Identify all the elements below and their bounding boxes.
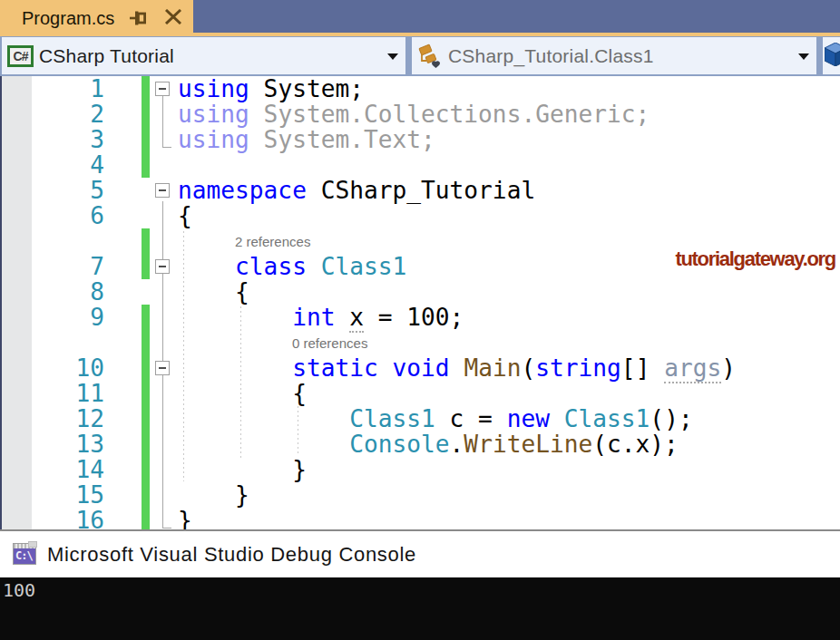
fold-collapse-box[interactable] (155, 82, 170, 96)
project-dropdown-label: CSharp Tutorial (39, 45, 174, 67)
code-token: Console (349, 431, 449, 458)
line-number: 7 (32, 254, 104, 279)
codelens-references[interactable]: 2 references (235, 228, 310, 254)
code-token: { (178, 202, 192, 229)
codelens-references[interactable]: 0 references (292, 330, 367, 355)
project-dropdown[interactable]: C# CSharp Tutorial (2, 37, 405, 74)
code-token: new (507, 405, 550, 432)
method-cube-icon (825, 43, 840, 70)
line-number: 2 (32, 102, 104, 127)
code-text: { (178, 381, 307, 406)
close-icon[interactable] (164, 9, 182, 28)
change-bar (142, 482, 150, 508)
code-line: 6{ (0, 203, 840, 228)
code-token: void (393, 354, 450, 382)
code-token: System.Collections.Generic; (249, 101, 650, 128)
console-output-area[interactable]: 100 (0, 577, 840, 640)
code-token (178, 405, 349, 432)
codelens-row: 0 references (0, 330, 840, 355)
code-text: int x = 100; (178, 305, 464, 330)
chevron-down-icon (387, 53, 398, 60)
fold-collapse-box[interactable] (155, 183, 170, 198)
line-number: 8 (32, 279, 104, 305)
change-bar (142, 127, 150, 152)
change-bar (142, 228, 150, 254)
code-editor[interactable]: 1using System;2using System.Collections.… (0, 76, 840, 529)
code-line: 10 static void Main(string[] args) (0, 355, 840, 381)
console-window-icon: C:\ (13, 543, 36, 565)
code-token (307, 253, 321, 280)
code-text: Console.WriteLine(c.x); (178, 432, 679, 457)
code-text: class Class1 (178, 254, 406, 279)
code-token: x (349, 304, 364, 333)
code-line: 14 } (0, 457, 840, 482)
code-token: (); (650, 405, 692, 432)
chevron-down-icon (798, 53, 809, 60)
code-token: Class1 (349, 405, 435, 432)
line-number: 12 (32, 406, 104, 432)
code-token: using (178, 126, 249, 153)
change-bar (142, 330, 150, 355)
code-text: namespace CSharp_Tutorial (178, 178, 535, 203)
navigation-bar: C# CSharp Tutorial CSharp_Tutorial.Class… (0, 36, 840, 76)
code-token: static (292, 354, 378, 382)
member-dropdown[interactable] (823, 37, 840, 74)
change-bar (142, 381, 150, 406)
code-token: args (664, 354, 721, 383)
change-bar (142, 102, 150, 127)
code-line: 3using System.Text; (0, 127, 840, 152)
code-token: c = (435, 405, 507, 432)
change-bar (142, 355, 150, 381)
change-bar (142, 457, 150, 482)
console-title-bar[interactable]: C:\ Microsoft Visual Studio Debug Consol… (0, 531, 840, 577)
code-token: { (178, 278, 249, 305)
code-line: 4 (0, 152, 840, 178)
code-token: } (178, 456, 307, 483)
code-text: { (178, 279, 249, 305)
change-bar (142, 432, 150, 457)
scope-dropdown-label: CSharp_Tutorial.Class1 (448, 45, 654, 67)
code-token: class (235, 253, 307, 280)
fold-collapse-box[interactable] (155, 361, 170, 375)
code-token (178, 354, 292, 382)
code-token: CSharp_Tutorial (307, 177, 535, 204)
code-text: } (178, 457, 307, 482)
code-line: 2using System.Collections.Generic; (0, 102, 840, 127)
code-token: ( (521, 354, 535, 382)
code-token (450, 354, 464, 382)
code-token: System.Text; (249, 126, 435, 153)
code-line: 16} (0, 508, 840, 529)
code-token: Class1 (564, 405, 650, 432)
code-line: 11 { (0, 381, 840, 406)
code-text: Class1 c = new Class1(); (178, 406, 693, 432)
fold-collapse-box[interactable] (155, 259, 170, 274)
line-number: 9 (32, 305, 104, 330)
code-text: } (178, 482, 249, 508)
change-bar (142, 152, 150, 178)
code-token: (c.x); (592, 431, 679, 458)
code-line: 13 Console.WriteLine(c.x); (0, 432, 840, 457)
code-token: using (178, 101, 249, 128)
code-token: [] (621, 354, 664, 382)
pin-icon[interactable] (130, 7, 146, 33)
code-line: 7 class Class1 (0, 254, 840, 279)
code-token (550, 405, 564, 432)
code-text: static void Main(string[] args) (178, 355, 736, 381)
code-token: Main (464, 354, 521, 382)
code-token: } (178, 507, 192, 529)
line-number: 1 (32, 76, 104, 102)
code-line: 5namespace CSharp_Tutorial (0, 178, 840, 203)
code-token: ) (721, 354, 736, 382)
code-token (335, 304, 349, 331)
line-number: 14 (32, 457, 104, 482)
console-title: Microsoft Visual Studio Debug Console (47, 531, 416, 577)
code-token: } (178, 481, 249, 509)
tab-title: Program.cs (22, 0, 114, 36)
code-token (378, 354, 393, 382)
code-token: namespace (178, 177, 307, 204)
code-line: 15 } (0, 482, 840, 508)
change-bar (142, 305, 150, 330)
code-line: 1using System; (0, 76, 840, 102)
scope-dropdown[interactable]: CSharp_Tutorial.Class1 (412, 37, 816, 74)
tab-program-cs[interactable]: Program.cs (0, 0, 193, 36)
